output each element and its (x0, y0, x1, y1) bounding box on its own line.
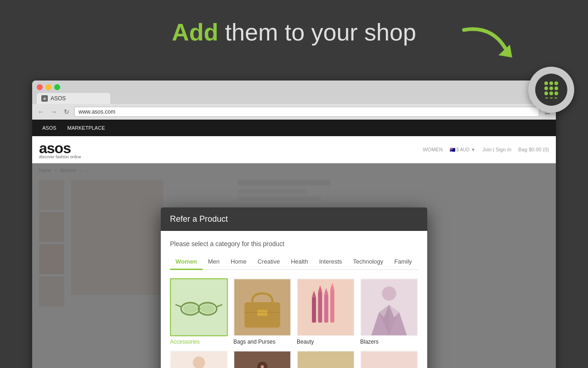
traffic-lights (37, 84, 551, 90)
refresh-button[interactable]: ↻ (62, 107, 72, 117)
bag-info[interactable]: Bag $0.00 (0) (518, 147, 549, 152)
modal-subtitle: Please select a category for this produc… (170, 240, 418, 247)
tab-bar: a ASOS (37, 93, 551, 104)
product-shoes[interactable]: Shoes (297, 351, 355, 368)
svg-rect-16 (330, 289, 334, 322)
svg-point-23 (382, 287, 396, 301)
address-bar[interactable] (74, 107, 539, 117)
tab-favicon: a (41, 95, 48, 102)
back-button[interactable]: ← (36, 107, 46, 117)
ext-dot (549, 81, 553, 85)
extension-icon (528, 67, 574, 113)
ext-dot (549, 86, 553, 90)
svg-rect-37 (298, 351, 354, 368)
product-grid: Accessories (170, 278, 418, 368)
product-beauty[interactable]: Beauty (297, 278, 355, 345)
svg-rect-41 (361, 351, 417, 368)
asos-topnav: ASOS MARKETPLACE (32, 120, 556, 136)
svg-point-7 (183, 304, 198, 313)
add-word: Add (172, 19, 218, 46)
product-dresses[interactable]: Dresses (170, 351, 228, 368)
product-img-bags (233, 278, 291, 336)
modal-container: Refer a Product Please select a category… (32, 180, 556, 368)
browser-navbar: ← → ↻ ☰ (32, 104, 556, 120)
tab-health[interactable]: Health (285, 254, 314, 270)
svg-rect-15 (324, 294, 328, 322)
nav-marketplace[interactable]: MARKETPLACE (62, 120, 111, 136)
tab-label: ASOS (51, 95, 66, 102)
close-button[interactable] (37, 84, 43, 90)
ext-dot (544, 92, 548, 95)
modal-header: Refer a Product (161, 207, 427, 231)
modal-body: Please select a category for this produc… (161, 231, 427, 368)
ext-dot (544, 81, 548, 85)
tab-men[interactable]: Men (203, 254, 225, 270)
website-content: ASOS MARKETPLACE asos discover fashion o… (32, 120, 556, 368)
tab-creative[interactable]: Creative (252, 254, 285, 270)
browser-window: a ASOS ← → ↻ ☰ ASOS MARKETPLACE asos dis… (32, 80, 556, 368)
svg-rect-17 (312, 297, 316, 322)
product-petite[interactable]: Petite (233, 351, 291, 368)
svg-point-8 (200, 304, 215, 313)
svg-rect-14 (318, 292, 322, 323)
tab-home[interactable]: Home (225, 254, 252, 270)
extension-dots (544, 81, 558, 95)
product-img-blazers (360, 278, 418, 336)
asos-header: asos discover fashion online WOMEN 🇦🇺 $ … (32, 136, 556, 163)
product-label-beauty: Beauty (297, 339, 355, 345)
arrow-icon (459, 25, 514, 62)
ext-dot (544, 86, 548, 90)
ext-dot (549, 92, 553, 95)
ext-dot (554, 81, 558, 85)
tab-technology[interactable]: Technology (348, 254, 389, 270)
browser-chrome: a ASOS (32, 80, 556, 104)
product-label-accessories: Accessories (170, 339, 228, 345)
product-img-dresses (170, 351, 228, 368)
ext-dot (554, 92, 558, 95)
product-img-shoes (297, 351, 355, 368)
join-signin[interactable]: Join | Sign In (482, 147, 511, 152)
product-img-accessories (170, 278, 228, 336)
tab-interests[interactable]: Interests (314, 254, 348, 270)
product-skirts[interactable]: Skirts (360, 351, 418, 368)
category-tabs: Women Men Home Creative Health Interests… (170, 254, 418, 270)
product-blazers[interactable]: Blazers (360, 278, 418, 345)
nav-asos[interactable]: ASOS (37, 120, 62, 136)
currency-selector[interactable]: 🇦🇺 $ AUD ▼ (450, 147, 475, 152)
product-img-beauty (297, 278, 355, 336)
women-nav[interactable]: WOMEN (423, 147, 442, 152)
product-img-petite (233, 351, 291, 368)
product-label-blazers: Blazers (360, 339, 418, 345)
ext-dot (554, 86, 558, 90)
header-rest: them to your shop (218, 19, 416, 46)
modal-title: Refer a Product (170, 214, 228, 224)
forward-button[interactable]: → (49, 107, 59, 117)
tab-family[interactable]: Family (389, 254, 417, 270)
product-accessories[interactable]: Accessories (170, 278, 228, 345)
product-label-bags: Bags and Purses (233, 339, 291, 345)
product-bags[interactable]: Bags and Purses (233, 278, 291, 345)
tab-women[interactable]: Women (170, 254, 203, 270)
product-img-skirts (360, 351, 418, 368)
modal: Refer a Product Please select a category… (161, 207, 427, 368)
extension-inner (535, 74, 567, 106)
minimize-button[interactable] (45, 84, 51, 90)
asos-tagline: discover fashion online (39, 155, 81, 159)
svg-rect-11 (257, 310, 267, 316)
maximize-button[interactable] (54, 84, 60, 90)
browser-tab[interactable]: a ASOS (37, 93, 110, 104)
